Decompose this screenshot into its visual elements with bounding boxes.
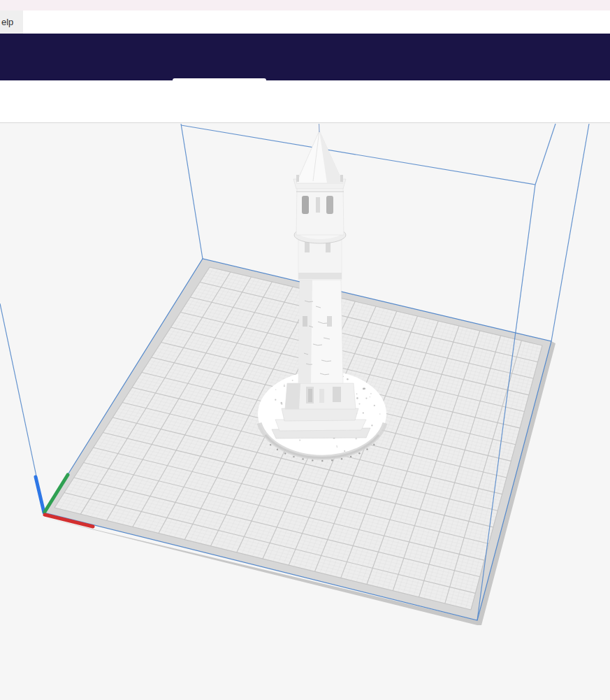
viewport-3d[interactable] xyxy=(0,123,610,700)
cura-window: { "menubar": { "help_label": "elp" }, "s… xyxy=(0,0,610,700)
stage-bar: PREPARE PREVIEW MONITOR xyxy=(0,34,610,80)
model-shaft xyxy=(298,280,343,383)
printer-configuration-selector[interactable] xyxy=(0,80,515,123)
menu-bar: elp xyxy=(0,10,610,34)
configuration-bar: 1 Custom Pla + (current) 0.4mm Nozzle Lo… xyxy=(0,80,610,123)
window-top-strip xyxy=(0,0,610,10)
model-antenna xyxy=(319,124,320,132)
model-belfry xyxy=(296,187,344,235)
menu-item-help[interactable]: elp xyxy=(0,10,23,34)
scene-3d xyxy=(0,123,610,700)
